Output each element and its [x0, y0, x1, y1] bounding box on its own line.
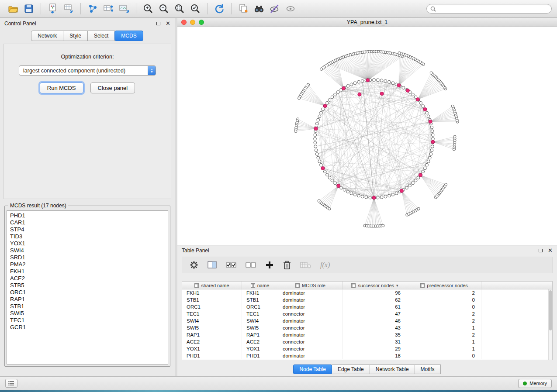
task-history-button[interactable] — [5, 379, 17, 388]
tab-style[interactable]: Style — [63, 31, 88, 41]
show-graphics-details-button[interactable] — [267, 2, 283, 16]
table-settings-button[interactable] — [189, 260, 199, 270]
select-all-button[interactable] — [226, 261, 237, 269]
table-row[interactable]: FKH1FKH1dominator962 — [182, 289, 548, 296]
table-cell: 29 — [343, 345, 407, 352]
tab-mcds[interactable]: MCDS — [114, 31, 143, 41]
mcds-result-item[interactable]: FKH1 — [10, 268, 168, 275]
optimization-criterion-dropdown[interactable]: largest connected component (undirected)… — [19, 65, 156, 76]
network-canvas[interactable] — [177, 27, 557, 245]
mcds-result-item[interactable]: YOX1 — [10, 240, 168, 247]
memory-button[interactable]: Memory — [518, 379, 552, 388]
table-row[interactable]: STB1STB1dominator620 — [182, 296, 548, 303]
tab-motifs[interactable]: Motifs — [415, 364, 441, 374]
function-builder-icon[interactable]: f(x) — [320, 261, 330, 269]
tab-edge-table[interactable]: Edge Table — [332, 364, 370, 374]
apply-layout-button[interactable] — [211, 2, 227, 16]
search-network-button[interactable] — [251, 2, 267, 16]
control-panel-header: Control Panel ✕ — [0, 18, 175, 29]
table-cell-filler — [481, 352, 548, 359]
mcds-result-item[interactable]: STB1 — [10, 303, 168, 310]
table-row[interactable]: ACE2ACE2connector311 — [182, 338, 548, 345]
mcds-result-item[interactable]: PHD1 — [10, 212, 168, 219]
export-image-button[interactable] — [116, 2, 132, 16]
mcds-result-box: MCDS result (17 nodes) PHD1CAR1STP4TID3Y… — [4, 203, 170, 367]
deselect-all-button[interactable] — [246, 261, 256, 269]
mcds-result-item[interactable]: CAR1 — [10, 219, 168, 226]
hide-graphics-details-button[interactable] — [283, 2, 298, 16]
float-table-panel-icon[interactable] — [539, 249, 543, 252]
table-row[interactable]: ORC1ORC1dominator610 — [182, 303, 548, 310]
mcds-result-item[interactable]: ORC1 — [10, 289, 168, 296]
mcds-result-item[interactable]: SWI4 — [10, 247, 168, 254]
table-scrollbar[interactable] — [548, 289, 552, 360]
close-panel-icon[interactable]: ✕ — [166, 21, 170, 26]
dropdown-stepper-icon[interactable]: ▲▼ — [148, 66, 156, 75]
mcds-result-item[interactable]: STB5 — [10, 282, 168, 289]
column-header-name[interactable]: name — [242, 282, 278, 289]
tab-select[interactable]: Select — [87, 31, 115, 41]
table-toolbar: f(x) — [182, 257, 553, 273]
split-columns-button[interactable] — [208, 261, 217, 269]
import-network-file-button[interactable] — [45, 2, 61, 16]
close-table-panel-icon[interactable]: ✕ — [548, 248, 553, 253]
column-header-mcds-role[interactable]: MCDS role — [278, 282, 343, 289]
mcds-result-item[interactable]: PMA2 — [10, 261, 168, 268]
zoom-fit-button[interactable] — [172, 2, 187, 16]
column-header-shared-name[interactable]: shared name — [182, 282, 242, 289]
add-column-button[interactable] — [265, 261, 274, 269]
tab-network-table[interactable]: Network Table — [370, 364, 415, 374]
table-row[interactable]: YOX1YOX1connector291 — [182, 345, 548, 352]
zoom-in-button[interactable] — [140, 2, 156, 16]
new-network-button[interactable] — [85, 2, 100, 16]
delete-column-button[interactable] — [283, 260, 291, 270]
zoom-selected-button[interactable] — [187, 2, 203, 16]
table-row[interactable]: TEC1TEC1connector472 — [182, 310, 548, 317]
table-cell: ACE2 — [242, 338, 278, 345]
window-minimize-icon[interactable] — [190, 20, 195, 25]
table-row[interactable]: SWI5SWI5connector431 — [182, 324, 548, 331]
mcds-result-item[interactable]: TEC1 — [10, 317, 168, 324]
column-header-successor-nodes[interactable]: successor nodes▾ — [343, 282, 407, 289]
search-input[interactable] — [438, 6, 548, 12]
window-maximize-icon[interactable] — [199, 20, 204, 25]
mcds-result-item[interactable]: STP4 — [10, 226, 168, 233]
zoom-out-button[interactable] — [156, 2, 172, 16]
table-panel-header: Table Panel ✕ — [177, 245, 557, 256]
mcds-result-item[interactable]: ACE2 — [10, 275, 168, 282]
control-panel-tabs: Network Style Select MCDS — [0, 29, 175, 41]
mcds-result-item[interactable]: TID3 — [10, 233, 168, 240]
mcds-result-list[interactable]: PHD1CAR1STP4TID3YOX1SWI4SRD1PMA2FKH1ACE2… — [7, 210, 168, 364]
table-row[interactable]: PHD1PHD1dominator180 — [182, 352, 548, 359]
run-mcds-button[interactable]: Run MCDS — [40, 83, 83, 93]
float-panel-icon[interactable] — [156, 22, 160, 25]
network-from-selection-button[interactable] — [235, 2, 251, 16]
new-network-table-button[interactable] — [100, 2, 116, 16]
deselect-all-icon — [246, 261, 256, 269]
table-row[interactable]: SWI4SWI4dominator462 — [182, 317, 548, 324]
close-panel-button[interactable]: Close panel — [90, 83, 135, 93]
import-table-file-button[interactable] — [61, 2, 76, 16]
delete-column-icon — [283, 260, 291, 270]
tab-network[interactable]: Network — [31, 31, 63, 41]
mcds-result-item[interactable]: SRD1 — [10, 254, 168, 261]
network-graph[interactable] — [177, 27, 557, 245]
column-header-predecessor-nodes[interactable]: predecessor nodes — [407, 282, 481, 289]
table-header-row: shared name name MCDS role successor nod… — [182, 282, 552, 289]
table-panel-tabs: Node Table Edge Table Network Table Moti… — [177, 364, 557, 374]
table-scrollbar-thumb[interactable] — [549, 290, 552, 330]
main-toolbar — [0, 0, 557, 18]
search-box[interactable] — [426, 4, 552, 14]
split-columns-icon — [208, 261, 217, 269]
save-session-button[interactable] — [21, 2, 37, 16]
open-file-button[interactable] — [5, 2, 21, 16]
mcds-result-item[interactable]: GCR1 — [10, 324, 168, 331]
tab-node-table[interactable]: Node Table — [293, 364, 332, 374]
mcds-options-panel: Optimization criterion: largest connecte… — [3, 44, 171, 199]
table-row[interactable]: RAP1RAP1dominator352 — [182, 331, 548, 338]
clear-table-button[interactable] — [300, 261, 311, 269]
window-close-icon[interactable] — [181, 20, 187, 25]
table-cell-filler — [481, 303, 548, 310]
mcds-result-item[interactable]: RAP1 — [10, 296, 168, 303]
mcds-result-item[interactable]: SWI5 — [10, 310, 168, 317]
